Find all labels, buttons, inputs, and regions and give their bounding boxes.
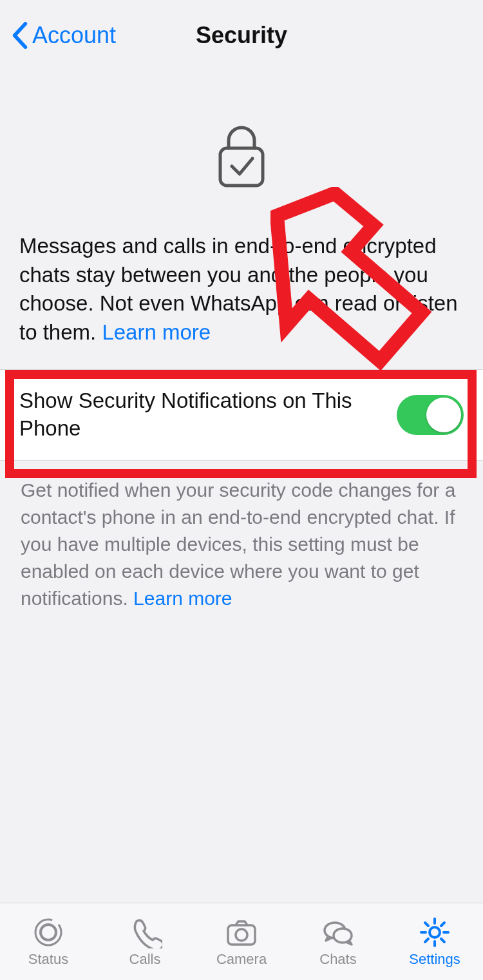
status-icon: [31, 916, 66, 948]
setting-label: Show Security Notifications on This Phon…: [19, 387, 397, 443]
lock-illustration: [0, 71, 483, 219]
footer-learn-more-link[interactable]: Learn more: [133, 588, 232, 609]
tab-label: Status: [28, 951, 68, 968]
intro-learn-more-link[interactable]: Learn more: [102, 320, 211, 344]
gear-icon: [417, 916, 452, 948]
tab-status[interactable]: Status: [0, 903, 97, 980]
intro-body: Messages and calls in end-to-end encrypt…: [19, 234, 458, 344]
navbar: Account Security: [0, 0, 483, 71]
svg-line-14: [441, 923, 444, 926]
phone-icon: [128, 916, 162, 948]
intro-text: Messages and calls in end-to-end encrypt…: [0, 219, 483, 369]
tab-label: Calls: [129, 951, 161, 968]
tab-chats[interactable]: Chats: [290, 903, 386, 980]
show-security-notifications-row[interactable]: Show Security Notifications on This Phon…: [0, 370, 483, 460]
svg-line-15: [425, 939, 428, 942]
chats-icon: [321, 916, 355, 948]
setting-description: Get notified when your security code cha…: [0, 461, 483, 628]
tab-label: Settings: [409, 951, 460, 968]
tab-settings[interactable]: Settings: [386, 903, 483, 980]
tab-label: Camera: [216, 951, 267, 968]
svg-rect-0: [220, 148, 263, 186]
svg-line-13: [441, 939, 444, 942]
lock-check-icon: [206, 116, 277, 193]
settings-group: Show Security Notifications on This Phon…: [0, 369, 483, 461]
security-notifications-toggle[interactable]: [397, 395, 464, 435]
footer-body: Get notified when your security code cha…: [21, 479, 455, 609]
svg-point-7: [430, 927, 440, 937]
back-button[interactable]: Account: [0, 22, 116, 49]
svg-point-1: [41, 925, 56, 940]
tab-calls[interactable]: Calls: [97, 903, 193, 980]
svg-point-4: [236, 929, 247, 941]
toggle-knob: [426, 398, 461, 432]
back-label: Account: [32, 22, 116, 49]
svg-line-12: [425, 923, 428, 926]
tab-camera[interactable]: Camera: [193, 903, 290, 980]
chevron-left-icon: [12, 22, 28, 49]
camera-icon: [224, 916, 259, 948]
tab-label: Chats: [319, 951, 356, 968]
tab-bar: Status Calls Camera Chats: [0, 903, 483, 980]
